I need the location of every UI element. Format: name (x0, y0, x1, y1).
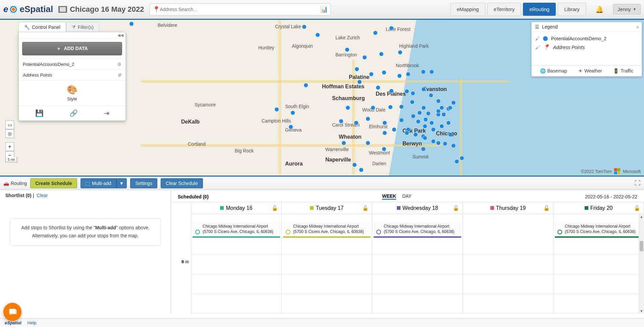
help-link[interactable]: Help (28, 320, 37, 325)
map-point[interactable] (352, 162, 357, 167)
map-point[interactable] (423, 117, 428, 122)
calendar-event[interactable]: Chicago Midway International Airport (57… (374, 222, 461, 238)
add-data-button[interactable]: ＋ADD DATA (22, 42, 122, 55)
map-point[interactable] (436, 99, 441, 103)
multi-add-dropdown[interactable]: ▼ (116, 178, 127, 188)
calendar-day-column[interactable]: Thursday 19🔓 (463, 202, 553, 314)
map-point[interactable] (406, 72, 411, 77)
map-point[interactable] (382, 147, 386, 151)
calendar-event[interactable]: Chicago Midway International Airport (57… (555, 222, 642, 238)
tab-filters[interactable]: ⧩Filter(s) (66, 22, 99, 32)
calendar-day-column[interactable]: Monday 16🔓Chicago Midway International A… (191, 202, 282, 314)
map-point[interactable] (439, 105, 444, 110)
map-point[interactable] (421, 87, 426, 92)
map-point[interactable] (405, 89, 409, 94)
map-point[interactable] (416, 119, 421, 124)
map-point[interactable] (362, 55, 367, 60)
map-point[interactable] (429, 93, 433, 98)
clear-schedule-button[interactable]: Clear Schedule (161, 178, 203, 188)
multi-add-button[interactable]: ⬚Multi-add (80, 178, 116, 188)
scroll-thumb[interactable] (640, 241, 643, 251)
map-point[interactable] (392, 127, 396, 132)
tab-erouting[interactable]: eRouting (523, 3, 556, 16)
map-point[interactable] (429, 69, 434, 74)
weather-button[interactable]: ☀Weather (578, 68, 602, 74)
map-point[interactable] (366, 116, 370, 121)
map-point[interactable] (382, 70, 386, 75)
map-point[interactable] (448, 105, 452, 110)
map-point[interactable] (431, 127, 436, 132)
map-point[interactable] (302, 25, 307, 29)
map-point[interactable] (382, 121, 387, 125)
map-point[interactable] (421, 147, 426, 151)
style-button[interactable]: 🎨 Style (19, 80, 125, 105)
calendar-day-column[interactable]: Tuesday 17🔓Chicago Midway International … (282, 202, 372, 314)
basemap-button[interactable]: 🌐Basemap (540, 68, 567, 74)
map-point[interactable] (373, 31, 378, 35)
calendar-day-column[interactable]: Wednesday 18🔓Chicago Midway Internationa… (372, 202, 463, 314)
map-target-icon[interactable]: ◎ (5, 129, 14, 138)
gear-icon[interactable]: ⚙ (117, 62, 121, 67)
map-point[interactable] (423, 124, 427, 129)
map-point[interactable] (429, 121, 434, 125)
map-point[interactable] (369, 72, 374, 77)
map-point[interactable] (417, 110, 422, 115)
legend-expand-icon[interactable]: » (636, 24, 639, 30)
lock-icon[interactable]: 🔓 (362, 205, 369, 211)
map-point[interactable] (389, 89, 394, 93)
map-point[interactable] (411, 114, 416, 119)
map-point[interactable] (357, 80, 362, 84)
map-point[interactable] (413, 132, 418, 137)
map-point[interactable] (426, 111, 431, 116)
lock-icon[interactable]: 🔓 (543, 205, 550, 211)
calendar-scrollbar[interactable]: ▲ ▼ (639, 214, 644, 314)
map-point[interactable] (274, 107, 279, 112)
map-point[interactable] (448, 132, 453, 137)
view-week[interactable]: WEEK (382, 193, 396, 200)
map-point[interactable] (441, 112, 446, 117)
chat-bubble-button[interactable] (3, 303, 21, 321)
map-point[interactable] (405, 131, 409, 135)
map-point[interactable] (376, 85, 380, 90)
tab-emapping[interactable]: eMapping (450, 3, 485, 16)
map-point[interactable] (399, 104, 404, 109)
gear-icon[interactable]: ⚙ (117, 73, 121, 78)
map-point[interactable] (371, 105, 375, 110)
map-point[interactable] (379, 52, 384, 56)
shortlist-clear-link[interactable]: Clear (37, 193, 48, 198)
map-point[interactable] (410, 100, 415, 104)
calendar-event[interactable]: Chicago Midway International Airport (57… (193, 222, 280, 238)
user-menu[interactable]: Jenny▼ (613, 4, 641, 14)
collapse-panel-button[interactable]: ◀◀ (19, 32, 125, 39)
map-point[interactable] (446, 121, 451, 125)
map-area[interactable]: Crystal LakeLake ForestBelvidereLake Zur… (0, 19, 644, 177)
lock-icon[interactable]: 🔓 (453, 205, 459, 211)
address-search[interactable]: 📍 📊 (150, 3, 331, 15)
map-point[interactable] (421, 105, 426, 110)
map-point[interactable] (359, 168, 364, 172)
share-icon[interactable]: 🔗 (69, 109, 78, 117)
map-rect-icon[interactable]: ▭ (5, 121, 14, 129)
map-point[interactable] (431, 139, 436, 144)
legend-item[interactable]: 🖌PotentialAccountsDemo_2 (535, 35, 638, 43)
map-point[interactable] (315, 33, 320, 37)
layer-row[interactable]: Address Points⚙ (19, 69, 125, 80)
scroll-up-icon[interactable]: ▲ (639, 215, 644, 219)
lock-icon[interactable]: 🔓 (634, 205, 640, 211)
map-point[interactable] (304, 83, 308, 88)
export-icon[interactable]: ⇥ (104, 109, 109, 117)
map-point[interactable] (439, 124, 444, 129)
map-point[interactable] (443, 141, 447, 146)
tab-control-panel[interactable]: 🔧Control Panel (18, 22, 66, 32)
map-point[interactable] (388, 105, 393, 109)
map-point[interactable] (399, 118, 404, 123)
map-point[interactable] (339, 119, 343, 124)
map-point[interactable] (411, 91, 415, 96)
tab-library[interactable]: Library (558, 3, 586, 16)
map-point[interactable] (389, 26, 394, 31)
map-point[interactable] (436, 141, 441, 145)
map-point[interactable] (451, 100, 456, 105)
bell-icon[interactable]: 🔔 (591, 5, 608, 13)
map-point[interactable] (288, 125, 293, 129)
tab-eterritory[interactable]: eTerritory (487, 3, 521, 16)
